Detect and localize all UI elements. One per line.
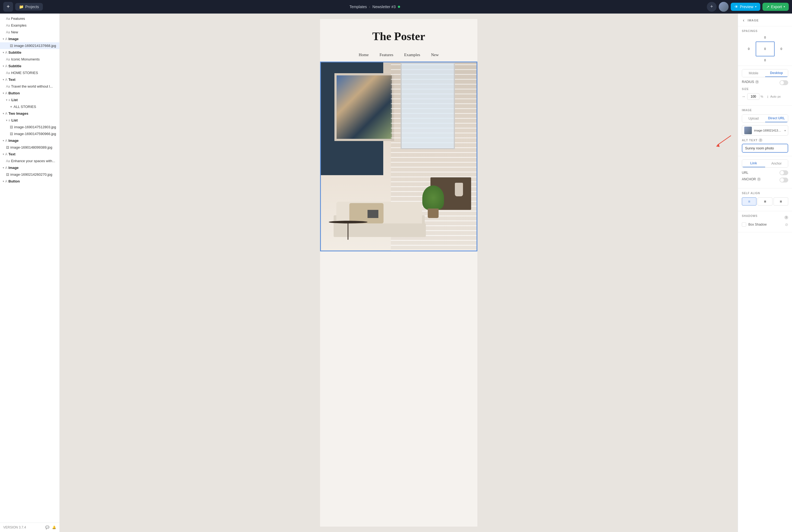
sidebar-item-image-file-5[interactable]: 🖼 image-1690214260270.jpg xyxy=(0,171,59,178)
image-filename: image-1690214137668.... xyxy=(754,129,782,132)
sidebar-item-label: Examples xyxy=(11,23,57,27)
align-left-button[interactable]: ≡ xyxy=(742,197,756,206)
folder-icon: 📁 xyxy=(19,5,24,9)
preview-label: Preview xyxy=(740,5,753,9)
sidebar-item-image-block[interactable]: ▾ A Image xyxy=(0,36,59,42)
export-button[interactable]: ↗ Export ▾ xyxy=(762,3,789,11)
alt-text-input[interactable] xyxy=(742,144,788,153)
sidebar-item-image-file-2[interactable]: 🖼 image-1690147512803.jpg xyxy=(0,124,59,130)
arrow-icon: ▾ xyxy=(3,78,4,81)
arrow-icon: ▾ xyxy=(3,37,4,40)
arrow-icon: ▾ xyxy=(6,98,7,101)
arrow-icon: ▾ xyxy=(6,119,7,122)
sidebar-item-label: Button xyxy=(8,179,57,183)
desktop-tab[interactable]: Desktop xyxy=(765,70,788,77)
shadows-label-row: SHADOWS ? xyxy=(742,214,788,220)
sidebar-item-image-file-4[interactable]: 🖼 image-1690148099389.jpg xyxy=(0,144,59,151)
sidebar-item-home-stories[interactable]: Aa HOME STORIES xyxy=(0,70,59,76)
box-shadow-checkbox[interactable] xyxy=(742,222,746,227)
upload-tab[interactable]: Upload xyxy=(742,115,765,122)
sidebar-item-all-stories[interactable]: ✦ ALL STORIES xyxy=(0,103,59,110)
sidebar-item-label: Iconic Monuments xyxy=(11,57,57,61)
spacings-label: SPACINGS xyxy=(742,30,788,33)
arrow-icon: ▾ xyxy=(3,180,4,183)
main-image[interactable] xyxy=(320,61,477,251)
url-row: URL xyxy=(742,170,788,175)
add-button[interactable]: + xyxy=(3,2,13,12)
panel-title: IMAGE xyxy=(748,19,759,22)
sidebar-item-iconic-text[interactable]: Aa Iconic Monuments xyxy=(0,56,59,63)
arrow-icon: ▾ xyxy=(3,64,4,68)
width-input[interactable] xyxy=(747,93,759,100)
sidebar-item-image-file-3[interactable]: 🖼 image-1690147590966.jpg xyxy=(0,130,59,137)
sidebar-item-button-block-2[interactable]: ▾ A Button xyxy=(0,178,59,185)
sidebar-item-button-block-1[interactable]: ▾ A Button xyxy=(0,90,59,97)
nav-features[interactable]: Features xyxy=(379,53,393,57)
nav-new[interactable]: New xyxy=(431,53,438,57)
projects-button[interactable]: 📁 Projects xyxy=(15,3,43,11)
sidebar-item-enhance-text[interactable]: Aa Enhance your spaces with... xyxy=(0,157,59,164)
room-artwork xyxy=(335,73,394,141)
nav-right: + 👁 Preview ▾ ↗ Export ▾ xyxy=(707,2,789,12)
sidebar-item-new-text[interactable]: Aa New xyxy=(0,29,59,36)
sidebar-item-text-block-1[interactable]: ▾ A Text xyxy=(0,76,59,83)
align-right-button[interactable]: ≡ xyxy=(774,197,788,206)
chat-icon[interactable]: 💬 xyxy=(45,526,49,529)
radius-toggle[interactable] xyxy=(779,80,788,85)
sidebar-item-subtitle-1[interactable]: ▾ A Subtitle xyxy=(0,49,59,56)
spacing-inner-box[interactable]: 0 xyxy=(756,41,775,56)
direct-url-tab[interactable]: Direct URL xyxy=(765,115,788,122)
sidebar-item-travel-text[interactable]: Aa Travel the world without l... xyxy=(0,83,59,90)
sidebar-item-label: Image xyxy=(8,166,57,170)
alt-text-help-icon[interactable]: ? xyxy=(759,138,762,142)
sidebar-item-subtitle-2[interactable]: ▾ A Subtitle xyxy=(0,63,59,70)
add-circle-button[interactable]: + xyxy=(707,2,717,12)
room-vase xyxy=(455,183,463,196)
email-title: The Poster xyxy=(325,30,472,43)
mobile-tab[interactable]: Mobile xyxy=(742,70,765,77)
panel-back-button[interactable]: ‹ xyxy=(742,17,746,23)
anchor-label-row: ANCHOR ? xyxy=(742,177,761,181)
url-toggle[interactable] xyxy=(779,170,788,175)
shadows-help-icon[interactable]: ? xyxy=(785,215,788,220)
anchor-label: ANCHOR xyxy=(742,177,756,181)
sidebar-item-two-images[interactable]: ▾ A Two Images xyxy=(0,110,59,117)
spacing-top-value: 0 xyxy=(764,36,766,39)
sidebar-item-list-block-1[interactable]: ▾ ≡ List xyxy=(0,97,59,103)
sidebar-item-list-block-2[interactable]: ▾ ≡ List xyxy=(0,117,59,124)
radius-help-icon[interactable]: ? xyxy=(755,80,759,84)
status-dot xyxy=(398,6,400,8)
nav-home[interactable]: Home xyxy=(359,53,369,57)
canvas-area[interactable]: The Poster Home Features Examples New xyxy=(60,14,738,532)
sidebar-item-text-block-2[interactable]: ▾ A Text xyxy=(0,151,59,157)
preview-button[interactable]: 👁 Preview ▾ xyxy=(731,3,760,11)
image-section-label: IMAGE xyxy=(742,109,788,112)
avatar[interactable] xyxy=(719,2,729,12)
arrow-icon: ▾ xyxy=(3,166,4,169)
sidebar-item-label: Subtitle xyxy=(8,51,57,55)
sidebar-item-examples-text[interactable]: Aa Examples xyxy=(0,22,59,29)
list-icon: ≡ xyxy=(8,118,10,122)
image-file-icon: 🖼 xyxy=(10,132,13,136)
image-selector[interactable]: image-1690214137668.... ▾ xyxy=(742,125,788,136)
export-icon: ↗ xyxy=(766,5,770,9)
breadcrumb-templates[interactable]: Templates xyxy=(350,5,367,9)
image-chevron-icon: ▾ xyxy=(785,129,786,132)
link-tab[interactable]: Link xyxy=(742,160,765,167)
anchor-help-icon[interactable]: ? xyxy=(757,177,761,181)
version-label: VERSION 3.7.4 xyxy=(3,526,26,529)
bell-icon[interactable]: 🔔 xyxy=(52,526,56,529)
sidebar-item-features-text[interactable]: Aa Features xyxy=(0,15,59,22)
anchor-tab[interactable]: Anchor xyxy=(765,160,788,167)
anchor-toggle-knob xyxy=(780,178,784,182)
sidebar-item-image-block-2[interactable]: ▾ A Image xyxy=(0,137,59,144)
anchor-toggle[interactable] xyxy=(779,177,788,183)
sidebar-item-image-block-3[interactable]: ▾ A Image xyxy=(0,164,59,171)
nav-examples[interactable]: Examples xyxy=(404,53,420,57)
align-center-button[interactable]: ≡ xyxy=(757,197,772,206)
block-icon: A xyxy=(5,112,7,115)
nav-left: + 📁 Projects xyxy=(3,2,43,12)
sidebar-item-label: Image xyxy=(8,37,57,41)
height-icon: ↕ xyxy=(767,94,769,99)
sidebar-item-image-file-1[interactable]: 🖼 image-1690214137668.jpg xyxy=(0,42,59,49)
